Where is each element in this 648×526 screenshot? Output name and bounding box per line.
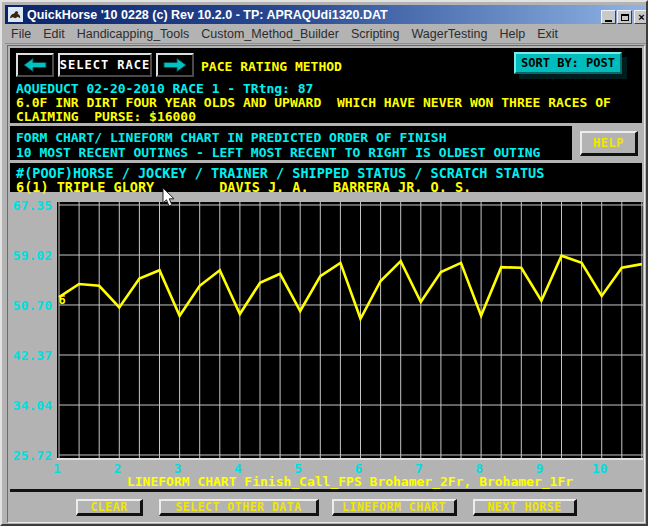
race-conditions-line: 6.0F INR DIRT FOUR YEAR OLDS AND UPWARD … — [16, 95, 611, 110]
next-race-button[interactable] — [156, 53, 194, 77]
y-tick-label: 34.04 — [6, 398, 52, 413]
minimize-icon — [605, 20, 612, 22]
menu-bar: FileEditHandicapping_ToolsCustom_Method_… — [5, 24, 647, 44]
y-tick-label: 67.35 — [6, 198, 52, 213]
help-button[interactable]: HELP — [580, 131, 638, 156]
sort-by-post-button[interactable]: SORT BY: POST — [514, 52, 622, 74]
post-number-marker: 6 — [58, 293, 65, 307]
menu-item-edit[interactable]: Edit — [37, 27, 71, 41]
title-bar[interactable]: QuickHorse '10 0228 (c) Rev 10.2.0 - TP:… — [5, 5, 645, 24]
maximize-icon — [621, 14, 629, 21]
menu-item-exit[interactable]: Exit — [531, 27, 564, 41]
horse-app-icon — [8, 7, 23, 22]
y-tick-label: 59.02 — [6, 248, 52, 263]
horse-row[interactable]: 6(1) TRIPLE GLORY DAVIS J. A. BARRERA JR… — [16, 179, 471, 195]
race-purse-line: CLAIMING PURSE: $16000 — [16, 109, 196, 124]
race-track-line: AQUEDUCT 02-20-2010 RACE 1 - TRtng: 87 — [16, 81, 313, 96]
menu-item-handicapping_tools[interactable]: Handicapping_Tools — [71, 27, 196, 41]
minimize-button[interactable] — [601, 10, 616, 24]
chart-header-line1: FORM CHART/ LINEFORM CHART IN PREDICTED … — [16, 130, 446, 145]
menu-item-file[interactable]: File — [5, 27, 37, 41]
maximize-button[interactable] — [617, 10, 632, 24]
next-horse-button[interactable]: NEXT HORSE — [473, 499, 577, 516]
menu-item-custom_method_builder[interactable]: Custom_Method_Builder — [195, 27, 345, 41]
lineform-data-line — [59, 256, 642, 319]
close-icon: × — [638, 12, 644, 23]
y-tick-label: 50.70 — [6, 298, 52, 313]
lineform-chart-plot: 6 — [57, 202, 643, 460]
mouse-cursor-icon — [162, 187, 176, 208]
clear-button[interactable]: CLEAR — [76, 499, 143, 516]
left-arrow-icon — [23, 58, 47, 72]
chart-header-line2: 10 MOST RECENT OUTINGS - LEFT MOST RECEN… — [16, 145, 540, 160]
select-other-data-button[interactable]: SELECT OTHER DATA — [159, 499, 319, 516]
menu-item-scripting[interactable]: Scripting — [345, 27, 406, 41]
pace-method-label: PACE RATING METHOD — [201, 59, 342, 74]
footer-separator — [10, 489, 642, 492]
select-race-label: SELECT RACE — [60, 58, 150, 72]
y-tick-label: 42.37 — [6, 348, 52, 363]
close-button[interactable]: × — [634, 10, 648, 24]
lineform-chart-button[interactable]: LINEFORM CHART — [332, 499, 457, 516]
app-window: QuickHorse '10 0228 (c) Rev 10.2.0 - TP:… — [0, 0, 648, 526]
lineform-chart-svg: 6 — [57, 202, 643, 460]
menu-item-help[interactable]: Help — [493, 27, 531, 41]
right-arrow-icon — [163, 58, 187, 72]
previous-race-button[interactable] — [16, 53, 54, 77]
window-title: QuickHorse '10 0228 (c) Rev 10.2.0 - TP:… — [27, 8, 388, 22]
select-race-button[interactable]: SELECT RACE — [58, 53, 152, 77]
menu-item-wagertesting[interactable]: WagerTesting — [406, 27, 494, 41]
chart-caption: LINEFORM CHART Finish_Call_FPS Brohamer_… — [57, 474, 643, 489]
